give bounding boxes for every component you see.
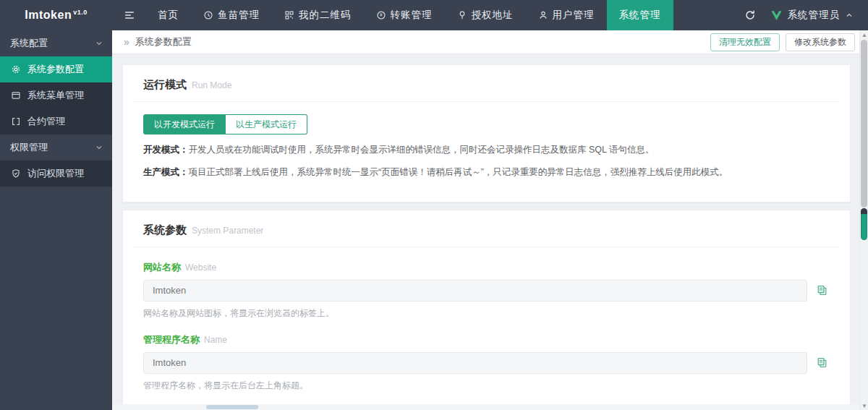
topbar-buttons: 清理无效配置 修改系统参数 — [710, 33, 855, 51]
refresh-icon[interactable] — [744, 9, 756, 21]
qr-code-icon — [284, 10, 294, 20]
chevron-down-icon — [95, 143, 103, 152]
clean-invalid-config-button[interactable]: 清理无效配置 — [710, 33, 780, 51]
prod-mode-description-label: 生产模式： — [143, 167, 189, 177]
nav-item-label: 我的二维码 — [299, 9, 352, 22]
sidebar-item-access-permission[interactable]: 访问权限管理 — [0, 161, 112, 187]
scroll-up-arrow-icon[interactable]: ▲ — [860, 30, 868, 39]
user-icon — [538, 10, 548, 20]
sidebar-item-label: 合约管理 — [27, 115, 65, 128]
navbar-menu: 首页 鱼苗管理 我的二维码 ¥ 转账管理 授权地址 — [145, 0, 673, 30]
top-navbar: Imtokenv1.0 首页 鱼苗管理 我的二维码 ¥ 转账管理 — [0, 0, 868, 30]
admin-name-field-row — [143, 352, 830, 374]
app-logo-text: Imtoken — [25, 9, 72, 21]
nav-item-system-management[interactable]: 系统管理 — [607, 0, 673, 30]
dev-mode-button[interactable]: 以开发模式运行 — [143, 114, 226, 134]
copy-icon[interactable] — [814, 283, 830, 299]
sidebar: 系统配置 系统参数配置 系统菜单管理 合约管理 权限管理 访问权限管理 — [0, 30, 112, 410]
username-label: 系统管理员 — [788, 9, 841, 22]
admin-name-field-label: 管理程序名称Name — [143, 333, 830, 346]
sidebar-item-label: 访问权限管理 — [27, 167, 84, 180]
nav-item-label: 授权地址 — [472, 9, 514, 22]
dev-mode-description-label: 开发模式： — [143, 145, 189, 155]
run-mode-title-cn: 运行模式 — [143, 78, 187, 90]
scroll-down-arrow-icon[interactable]: ▼ — [860, 401, 868, 410]
gear-icon — [11, 64, 21, 74]
v-logo-icon — [770, 10, 783, 21]
yen-circle-icon: ¥ — [376, 10, 386, 20]
sidebar-item-system-params[interactable]: 系统参数配置 — [0, 56, 112, 82]
website-field-label: 网站名称Website — [143, 261, 830, 274]
location-pin-icon — [457, 10, 467, 20]
system-params-title: 系统参数System Parameter — [143, 223, 830, 237]
nav-item-label: 鱼苗管理 — [218, 9, 260, 22]
nav-item-user-management[interactable]: 用户管理 — [526, 0, 607, 30]
dev-mode-description-text: 开发人员或在功能调试时使用，系统异常时会显示详细的错误信息，同时还会记录操作日志… — [189, 145, 655, 155]
system-params-card: 系统参数System Parameter 网站名称Website 网站名称及网站… — [122, 210, 851, 410]
website-field-label-cn: 网站名称 — [143, 262, 181, 273]
website-field-help: 网站名称及网站图标，将显示在浏览器的标签上。 — [143, 307, 830, 320]
nav-item-fry-management[interactable]: 鱼苗管理 — [191, 0, 272, 30]
sidebar-group-system-config[interactable]: 系统配置 — [0, 30, 112, 56]
system-params-title-cn: 系统参数 — [143, 223, 187, 236]
scrollbar-thumb-inner[interactable] — [861, 208, 867, 240]
menu-card-icon — [11, 90, 21, 101]
website-field-row — [143, 280, 830, 302]
vertical-scrollbar[interactable]: ▲ ▼ — [859, 30, 868, 410]
run-mode-title: 运行模式Run Mode — [143, 78, 830, 92]
modify-system-params-button[interactable]: 修改系统参数 — [786, 33, 855, 51]
breadcrumb-bar: » 系统参数配置 清理无效配置 修改系统参数 — [112, 30, 868, 54]
admin-name-field-label-cn: 管理程序名称 — [143, 334, 200, 345]
main-content: 运行模式Run Mode 以开发模式运行 以生产模式运行 开发模式：开发人员或在… — [112, 54, 868, 410]
run-mode-toggle: 以开发模式运行 以生产模式运行 — [143, 114, 307, 134]
app-version: v1.0 — [73, 9, 88, 16]
horizontal-scrollbar-thumb[interactable] — [206, 405, 258, 409]
chevron-down-icon — [95, 39, 103, 48]
nav-item-label: 转账管理 — [391, 9, 433, 22]
breadcrumb-arrow-icon: » — [124, 36, 129, 48]
website-input[interactable] — [143, 280, 807, 302]
nav-item-label: 首页 — [158, 9, 179, 22]
sidebar-item-system-menu[interactable]: 系统菜单管理 — [0, 82, 112, 108]
caret-up-icon — [845, 11, 854, 20]
run-mode-title-en: Run Mode — [192, 80, 231, 90]
prod-mode-description-text: 项目正式部署上线后使用，系统异常时统一显示“页面错误！请稍后再试～”，只记录重要… — [189, 167, 728, 177]
divider — [133, 101, 840, 102]
dev-mode-description: 开发模式：开发人员或在功能调试时使用，系统异常时会显示详细的错误信息，同时还会记… — [143, 143, 830, 157]
nav-item-my-qrcode[interactable]: 我的二维码 — [272, 0, 364, 30]
sidebar-item-label: 系统参数配置 — [27, 63, 84, 76]
copy-icon[interactable] — [814, 355, 830, 371]
clock-icon — [203, 10, 213, 20]
website-field-label-en: Website — [185, 262, 216, 273]
divider — [133, 247, 840, 247]
contract-icon — [11, 116, 21, 127]
sidebar-group-permissions[interactable]: 权限管理 — [0, 134, 112, 161]
horizontal-scrollbar[interactable] — [112, 404, 859, 410]
sidebar-group-label: 权限管理 — [10, 141, 48, 154]
system-params-title-en: System Parameter — [192, 226, 263, 236]
nav-item-label: 用户管理 — [553, 9, 595, 22]
svg-text:¥: ¥ — [379, 12, 382, 17]
app-logo: Imtokenv1.0 — [0, 9, 112, 22]
prod-mode-description: 生产模式：项目正式部署上线后使用，系统异常时统一显示“页面错误！请稍后再试～”，… — [143, 166, 830, 179]
admin-name-field-label-en: Name — [204, 335, 227, 345]
nav-item-label: 系统管理 — [619, 9, 661, 22]
admin-name-input[interactable] — [143, 352, 807, 374]
prod-mode-button[interactable]: 以生产模式运行 — [226, 114, 307, 134]
shield-check-icon — [11, 168, 21, 179]
nav-item-home[interactable]: 首页 — [145, 0, 191, 30]
sidebar-item-contract[interactable]: 合约管理 — [0, 108, 112, 134]
sidebar-group-label: 系统配置 — [10, 37, 48, 50]
sidebar-item-label: 系统菜单管理 — [27, 89, 84, 102]
run-mode-card: 运行模式Run Mode 以开发模式运行 以生产模式运行 开发模式：开发人员或在… — [122, 64, 851, 202]
hamburger-icon[interactable] — [124, 9, 135, 21]
nav-item-authorized-address[interactable]: 授权地址 — [445, 0, 526, 30]
admin-name-field-help: 管理程序名称，将显示在后台左上角标题。 — [143, 380, 830, 392]
nav-item-transfer-management[interactable]: ¥ 转账管理 — [364, 0, 445, 30]
navbar-right: 系统管理员 — [744, 9, 868, 22]
breadcrumb: 系统参数配置 — [135, 35, 192, 48]
scrollbar-thumb-outer[interactable] — [861, 40, 867, 208]
user-menu[interactable]: 系统管理员 — [770, 9, 854, 22]
